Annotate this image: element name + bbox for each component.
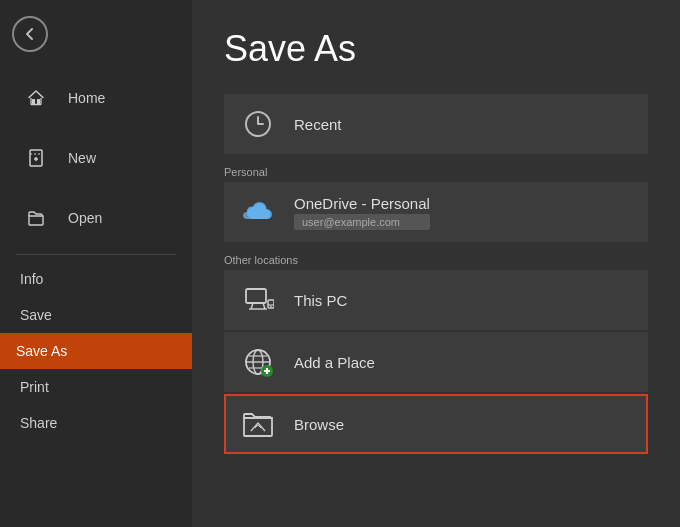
recent-icon xyxy=(238,104,278,144)
sidebar-item-saveas-label: Save As xyxy=(16,343,67,359)
browse-label: Browse xyxy=(294,416,344,433)
onedrive-item[interactable]: OneDrive - Personal user@example.com xyxy=(224,182,648,242)
page-title: Save As xyxy=(224,28,648,70)
home-icon xyxy=(16,78,56,118)
thispc-label: This PC xyxy=(294,292,347,309)
back-button[interactable] xyxy=(12,16,48,52)
sidebar-item-info[interactable]: Info xyxy=(0,261,192,297)
sidebar-item-share-label: Share xyxy=(20,415,57,431)
svg-rect-7 xyxy=(246,289,266,303)
addplace-item[interactable]: Add a Place xyxy=(224,332,648,392)
sidebar-item-saveas[interactable]: Save As xyxy=(0,333,192,369)
onedrive-icon xyxy=(238,192,278,232)
svg-point-13 xyxy=(270,306,272,308)
thispc-icon xyxy=(238,280,278,320)
onedrive-content: OneDrive - Personal user@example.com xyxy=(294,195,430,230)
open-icon xyxy=(16,198,56,238)
addplace-icon xyxy=(238,342,278,382)
sidebar-item-open[interactable]: Open xyxy=(0,188,192,248)
sidebar-item-home-label: Home xyxy=(68,90,105,106)
other-section-label: Other locations xyxy=(224,254,648,266)
personal-section-label: Personal xyxy=(224,166,648,178)
sidebar-item-share[interactable]: Share xyxy=(0,405,192,441)
new-icon xyxy=(16,138,56,178)
sidebar: Home New Open Info Save Sa xyxy=(0,0,192,527)
sidebar-item-save[interactable]: Save xyxy=(0,297,192,333)
sidebar-item-info-label: Info xyxy=(20,271,43,287)
browse-item[interactable]: Browse xyxy=(224,394,648,454)
sidebar-item-print[interactable]: Print xyxy=(0,369,192,405)
svg-rect-1 xyxy=(37,99,40,104)
svg-line-9 xyxy=(263,303,265,309)
addplace-label: Add a Place xyxy=(294,354,375,371)
onedrive-label: OneDrive - Personal xyxy=(294,195,430,212)
main-content: Save As Recent Personal OneDrive - Perso… xyxy=(192,0,680,527)
sidebar-divider xyxy=(16,254,176,255)
recent-item[interactable]: Recent xyxy=(224,94,648,154)
sidebar-item-save-label: Save xyxy=(20,307,52,323)
thispc-item[interactable]: This PC xyxy=(224,270,648,330)
onedrive-sub: user@example.com xyxy=(294,214,430,230)
recent-label: Recent xyxy=(294,116,342,133)
sidebar-item-print-label: Print xyxy=(20,379,49,395)
browse-icon xyxy=(238,404,278,444)
sidebar-item-new-label: New xyxy=(68,150,96,166)
sidebar-item-home[interactable]: Home xyxy=(0,68,192,128)
svg-rect-0 xyxy=(32,99,35,104)
sidebar-item-open-label: Open xyxy=(68,210,102,226)
sidebar-item-new[interactable]: New xyxy=(0,128,192,188)
